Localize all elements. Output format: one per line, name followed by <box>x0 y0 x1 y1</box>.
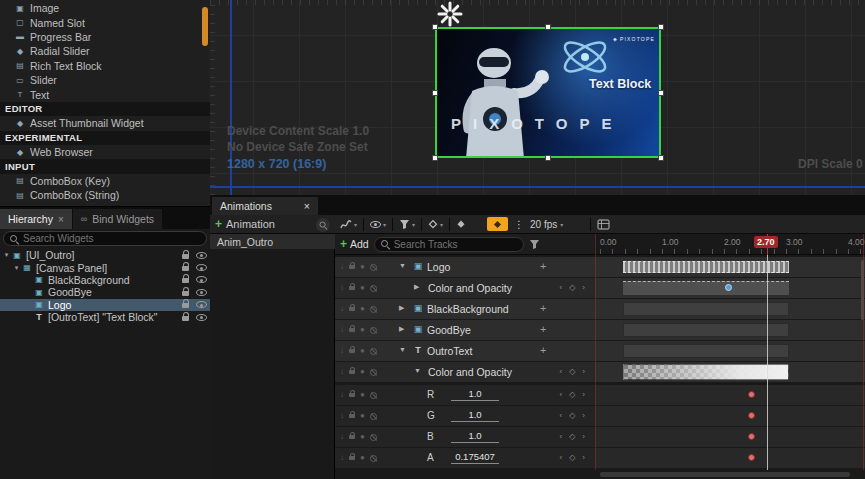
trajectory-icon[interactable]: ↓ <box>340 433 344 441</box>
prev-key-button[interactable]: ‹ <box>560 390 563 399</box>
next-key-button[interactable]: › <box>582 411 585 420</box>
next-key-button[interactable]: › <box>582 367 585 376</box>
lock-icon[interactable] <box>349 286 355 290</box>
add-key-button[interactable]: ◇ <box>569 432 575 441</box>
prev-key-button[interactable]: ‹ <box>560 367 563 376</box>
timeline-row-outrotext-color-opacity[interactable] <box>595 362 865 382</box>
eye-icon[interactable] <box>196 289 207 296</box>
timeline-row-outrotext[interactable] <box>595 341 865 361</box>
lock-icon[interactable] <box>349 349 355 353</box>
channel-row-g[interactable]: ↓● G 1.0 ‹◇› <box>335 406 595 426</box>
solo-icon[interactable]: ● <box>360 347 365 355</box>
eye-icon[interactable] <box>196 301 207 308</box>
lock-icon[interactable] <box>349 307 355 311</box>
trajectory-icon[interactable]: ↓ <box>340 326 344 334</box>
palette-item-text[interactable]: TText <box>0 87 210 101</box>
trajectory-icon[interactable]: ↓ <box>340 284 344 292</box>
timeline-area[interactable] <box>595 255 865 470</box>
timeline-row-a[interactable] <box>595 448 865 468</box>
solo-icon[interactable]: ● <box>360 412 365 420</box>
next-key-button[interactable]: › <box>582 453 585 462</box>
prev-key-button[interactable]: ‹ <box>560 432 563 441</box>
solo-icon[interactable]: ● <box>360 368 365 376</box>
expander-icon[interactable]: ▶ <box>399 325 404 333</box>
prev-key-button[interactable]: ‹ <box>560 283 563 292</box>
add-section-button[interactable]: + <box>540 344 546 356</box>
solo-icon[interactable]: ● <box>360 305 365 313</box>
tab-hierarchy[interactable]: Hierarchy × <box>0 209 72 229</box>
palette-item-radial-slider[interactable]: ◆Radial Slider <box>0 44 210 58</box>
lock-icon[interactable] <box>182 278 189 283</box>
lock-icon[interactable] <box>182 266 189 271</box>
eye-icon[interactable] <box>196 314 207 321</box>
resize-handle-w[interactable] <box>432 90 438 96</box>
curve-editor-button[interactable] <box>597 219 610 230</box>
lock-icon[interactable] <box>182 254 189 259</box>
solo-icon[interactable]: ● <box>360 454 365 462</box>
lock-icon[interactable] <box>349 265 355 269</box>
add-track-button[interactable]: + Add <box>340 237 369 251</box>
track-row-goodbye[interactable]: ↓● ▶ ▣ GoodBye + <box>335 320 595 340</box>
lock-icon[interactable] <box>182 316 189 321</box>
palette-section-input[interactable]: INPUT <box>0 159 210 173</box>
timeline-row-logo[interactable] <box>595 257 865 277</box>
add-section-button[interactable]: + <box>540 260 546 272</box>
channel-value-input[interactable]: 0.175407 <box>451 451 499 464</box>
timeline-row-blackbackground[interactable] <box>595 299 865 319</box>
lock-icon[interactable] <box>349 328 355 332</box>
next-key-button[interactable]: › <box>582 283 585 292</box>
channel-value-input[interactable]: 1.0 <box>451 430 499 443</box>
timeline-horizontal-scrollbar[interactable] <box>600 472 850 477</box>
timeline-row-g[interactable] <box>595 406 865 426</box>
resize-handle-ne[interactable] <box>658 24 664 30</box>
next-key-button[interactable]: › <box>582 432 585 441</box>
tree-row-outrotext[interactable]: T [OutroText] "Text Block" <box>0 311 210 323</box>
resize-handle-s[interactable] <box>545 155 551 161</box>
lock-icon[interactable] <box>182 303 189 308</box>
animation-search-button[interactable] <box>316 218 330 232</box>
lock-icon[interactable] <box>349 370 355 374</box>
lock-icon[interactable] <box>349 393 355 397</box>
palette-scrollbar[interactable] <box>202 7 208 46</box>
keyframe-blue[interactable] <box>725 284 732 291</box>
add-animation-button[interactable]: Animation <box>226 218 275 230</box>
tree-row-ui-outro[interactable]: ▾ ▣ [UI_Outro] <box>0 249 210 261</box>
keyframe-red[interactable] <box>748 433 755 440</box>
eye-icon[interactable] <box>196 252 207 259</box>
mute-icon[interactable] <box>370 285 377 292</box>
track-row-blackbackground[interactable]: ↓● ▶ ▣ BlackBackground + <box>335 299 595 319</box>
keyframe-red[interactable] <box>748 391 755 398</box>
expander-icon[interactable]: ▾ <box>2 251 11 259</box>
prev-key-button[interactable]: ‹ <box>560 453 563 462</box>
trajectory-icon[interactable]: ↓ <box>340 263 344 271</box>
next-key-button[interactable]: › <box>582 390 585 399</box>
timeline-row-b[interactable] <box>595 427 865 447</box>
solo-icon[interactable]: ● <box>360 263 365 271</box>
palette-item-image[interactable]: ▣Image <box>0 1 210 15</box>
add-section-button[interactable]: + <box>540 323 546 335</box>
eye-icon[interactable] <box>196 276 207 283</box>
palette-section-editor[interactable]: EDITOR <box>0 102 210 116</box>
mute-icon[interactable] <box>370 306 377 313</box>
trajectory-icon[interactable]: ↓ <box>340 412 344 420</box>
tree-row-goodbye[interactable]: ▣ GoodBye <box>0 286 210 298</box>
mute-icon[interactable] <box>370 413 377 420</box>
timeline-row-goodbye[interactable] <box>595 320 865 340</box>
expander-icon[interactable]: ▶ <box>414 283 419 291</box>
mute-icon[interactable] <box>370 455 377 462</box>
resize-handle-se[interactable] <box>658 155 664 161</box>
resize-handle-sw[interactable] <box>432 155 438 161</box>
mute-icon[interactable] <box>370 348 377 355</box>
close-icon[interactable]: × <box>304 200 310 212</box>
expander-icon[interactable]: ▶ <box>399 304 404 312</box>
animation-list-item[interactable]: Anim_Outro <box>210 234 335 249</box>
section-bar[interactable] <box>623 261 789 273</box>
logo-image[interactable]: Text Block ◈PIXOTOPE PIXOTOPE <box>437 29 659 156</box>
lock-icon[interactable] <box>182 291 189 296</box>
trajectory-icon[interactable]: ↓ <box>340 368 344 376</box>
mute-icon[interactable] <box>370 434 377 441</box>
tree-row-logo[interactable]: ▣ Logo <box>0 299 210 311</box>
hierarchy-search-input[interactable] <box>23 233 183 244</box>
solo-icon[interactable]: ● <box>360 326 365 334</box>
mute-icon[interactable] <box>370 392 377 399</box>
